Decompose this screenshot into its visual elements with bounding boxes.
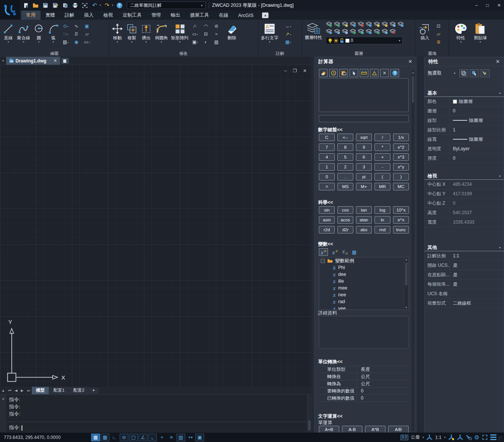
layer-isolate-icon[interactable] [342,21,348,27]
calc-key[interactable]: abs [356,226,372,233]
variables-scrollbar[interactable]: ▲ ▼ [404,257,408,310]
line-button[interactable]: 直線 ▾ [2,22,15,44]
tab-solid[interactable]: 實體 [41,11,60,20]
tab-manage[interactable]: 管理 [147,11,166,20]
calc-key[interactable]: 2 [337,163,353,171]
prop-row-center-z[interactable]: 中心點 Z 0 [424,199,504,208]
chevron-down-icon[interactable]: ▾ [53,40,54,43]
plot-stamp-icon[interactable] [81,2,89,9]
chevron-down-icon[interactable]: ▾ [161,40,162,43]
quick-select-icon[interactable] [459,69,468,77]
plot-preview-icon[interactable] [61,2,69,9]
units-format-icon[interactable]: 0.0 [401,435,408,440]
tab-view[interactable]: 檢視 [98,11,118,20]
prop-row-width[interactable]: 寬度 1035.4333 [424,218,504,227]
intersection-icon[interactable]: ✕ [380,69,389,77]
polyline-button[interactable]: 聚合線 ▾ [16,22,31,44]
calculator-history-box[interactable] [319,78,409,112]
doc-close-button[interactable]: ✕ [303,68,307,73]
donut-icon[interactable]: ◉ [72,39,81,45]
measure-angle-icon[interactable] [370,69,379,77]
tab-output[interactable]: 輸出 [166,11,185,20]
history-icon[interactable] [329,69,338,77]
maximize-button[interactable]: □ [486,3,489,8]
fillet-button[interactable]: 倒圓角 ▾ [154,22,169,44]
calc-key[interactable]: asin [319,216,335,224]
polar-toggle-icon[interactable]: ⊘ [120,434,128,441]
open-folder-icon[interactable] [32,2,39,9]
selection-dropdown[interactable]: 無選取 [428,70,442,76]
tab-layout2[interactable]: 配置2 [69,387,88,394]
variable-row[interactable]: xdee [319,271,408,278]
new-layout-button[interactable]: + [89,388,98,394]
tab-model[interactable]: 模型 [32,387,49,394]
calc-key[interactable]: MC [393,183,409,190]
units-row[interactable]: 單位類型長度 [319,366,410,373]
layer-current-icon[interactable] [326,28,332,34]
ribbon-collapse-icon[interactable]: ▲ [262,12,268,18]
calc-key[interactable]: pi [356,173,372,181]
layer-restore-icon[interactable] [373,28,380,34]
calc-key[interactable]: 4 [319,153,335,161]
variables-folder-row[interactable]: − 變數範例 [319,257,408,264]
calc-key[interactable]: x^3 [393,153,409,161]
layer-walk-icon[interactable] [334,28,340,34]
stretch-icon[interactable]: ≈ [212,31,222,37]
layer-merge-icon[interactable] [357,28,364,34]
fullscreen-icon[interactable] [482,434,488,440]
app-logo[interactable] [0,0,20,20]
measure-distance-icon[interactable] [360,69,368,77]
annotation-auto-scale-icon[interactable] [457,434,463,440]
command-scrollbar[interactable] [307,395,311,432]
chevron-down-icon[interactable]: ▾ [8,40,9,43]
select-objects-icon[interactable] [470,69,479,77]
create-block-icon[interactable]: ⊡ [434,23,443,29]
annotation-scale-value[interactable]: 1:1 [435,435,442,440]
chevron-down-icon[interactable]: ▾ [454,72,456,75]
calc-variable-icon[interactable]: ▦ [352,249,356,255]
new-file-icon[interactable] [22,2,30,9]
calc-key[interactable]: sin [319,206,335,214]
variable-row[interactable]: xmee [319,285,408,291]
variable-row[interactable]: xrad [319,298,408,305]
tab-insert[interactable]: 插入 [79,11,98,20]
prop-row-linetype[interactable]: 線型 隨圖層 [424,116,504,125]
group-basic[interactable]: 基本▾ [424,90,504,97]
prop-row-lineweight[interactable]: 線寬 隨圖層 [424,135,504,144]
explode-icon[interactable]: ▣▾ [190,39,200,45]
undo-dropdown-icon[interactable]: ▾ [100,4,101,7]
dynamic-input-toggle-icon[interactable]: + [158,434,166,441]
drawing-canvas[interactable]: – ❐ ✕ Y X [0,65,311,387]
calc-key[interactable]: 6 [356,153,372,161]
chevron-down-icon[interactable]: ▾ [269,40,270,43]
move-button[interactable]: 移動 ▾ [111,22,124,44]
tab-home[interactable]: 常用 [21,11,41,20]
print-icon[interactable] [71,2,79,9]
close-button[interactable]: ✕ [497,3,501,8]
calc-key[interactable]: tan [356,206,372,214]
layer-turn-on-all-icon[interactable] [373,21,380,27]
extrude-button[interactable]: 擠出 ▾ [139,22,153,44]
resize-grip[interactable] [498,436,503,441]
edit-hatch-icon[interactable]: ▨ [212,39,222,45]
new-document-button[interactable] [61,58,69,64]
calc-key[interactable]: atan [356,216,372,224]
osnap-toggle-icon[interactable]: ▢ [129,434,138,441]
doc-list-dropdown-icon[interactable]: ▾ [0,59,6,62]
workspace-dropdown[interactable]: 二維草圖與註解 ▾ [127,2,206,9]
wipeout-icon[interactable]: ▱ [82,31,92,37]
minimize-button[interactable]: – [475,3,478,8]
selection-cycling-toggle-icon[interactable]: ▣ [195,434,204,441]
selection-preview-icon[interactable] [466,435,472,440]
calc-key[interactable]: M+ [356,183,372,190]
command-expand-icon[interactable]: ▲ [0,389,6,392]
panel-label-draw[interactable]: 繪圖 [0,51,109,57]
redo-dropdown-icon[interactable]: ▾ [112,4,114,7]
layer-lock-icon[interactable] [357,21,364,27]
calc-key[interactable]: e^x [393,216,409,224]
panel-label-block[interactable]: 圖塊 [416,51,449,57]
layer-change-icon[interactable] [381,28,388,34]
calc-key[interactable]: ln [374,216,390,224]
prop-row-ucs-on[interactable]: 開啟 UCS... 是 [424,261,504,270]
units-label[interactable]: 公釐 [411,434,420,440]
